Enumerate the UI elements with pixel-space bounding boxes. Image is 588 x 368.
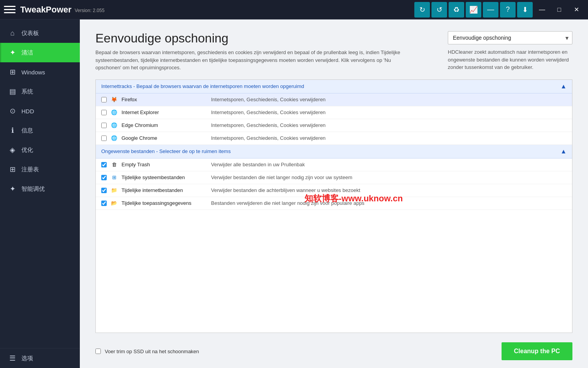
- table-row: 🦊 Firefox Internetsporen, Geschiedenis, …: [96, 93, 572, 106]
- content-header: Eenvoudige opschoning Bepaal de browsers…: [95, 31, 572, 72]
- bottom-bar: Voer trim op SSD uit na het schoonmaken …: [95, 339, 572, 360]
- trash-desc: Verwijder alle bestanden in uw Prullenba…: [211, 162, 305, 167]
- sidebar-item-label-optimize: 优化: [21, 146, 33, 154]
- info-icon: ℹ: [8, 126, 17, 135]
- optimize-icon: ◈: [8, 146, 17, 154]
- ie-checkbox[interactable]: [101, 110, 107, 115]
- sidebar-item-label-dashboard: 仪表板: [21, 30, 39, 37]
- inetfiles-desc: Verwijder bestanden die achterblijven wa…: [211, 187, 360, 193]
- sidebar-bottom: ☰ 选项: [0, 348, 80, 368]
- sidebar-item-label-registry: 注册表: [21, 166, 39, 173]
- redo-button[interactable]: ↺: [431, 2, 447, 18]
- close-button[interactable]: ✕: [569, 2, 584, 18]
- appdata-icon: 📂: [111, 200, 118, 207]
- sidebar-item-clean[interactable]: ✦ 清洁: [0, 43, 80, 62]
- appdata-checkbox[interactable]: [101, 201, 107, 206]
- download-button[interactable]: ⬇: [517, 2, 533, 18]
- sidebar-item-optimize[interactable]: ◈ 优化: [0, 140, 80, 160]
- minimize-button[interactable]: —: [534, 2, 550, 18]
- firefox-checkbox[interactable]: [101, 97, 107, 102]
- info-text: HDCleaner zoekt automatisch naar interne…: [448, 48, 572, 71]
- content-area: Eenvoudige opschoning Bepaal de browsers…: [80, 19, 588, 368]
- chart-button[interactable]: 📈: [466, 2, 481, 18]
- table-row: 🗑 Empty Trash Verwijder alle bestanden i…: [96, 158, 572, 171]
- registry-icon: ⊞: [8, 165, 17, 174]
- internettracks-collapse-button[interactable]: ▲: [560, 83, 567, 90]
- trash-icon: 🗑: [111, 161, 118, 168]
- app-name: TweakPower: [20, 5, 72, 15]
- table-row: 🌐 Internet Explorer Internetsporen, Gesc…: [96, 106, 572, 119]
- firefox-desc: Internetsporen, Geschiedenis, Cookies ve…: [211, 97, 326, 102]
- app-version: Version: 2.055: [75, 8, 105, 13]
- sidebar-item-smarttune[interactable]: ✦ 智能调优: [0, 179, 80, 199]
- unwanted-collapse-button[interactable]: ▲: [560, 148, 567, 155]
- inetfiles-icon: 📁: [111, 187, 118, 194]
- content-header-left: Eenvoudige opschoning Bepaal de browsers…: [95, 31, 432, 72]
- clean-icon: ✦: [8, 48, 17, 57]
- edge-icon: 🌐: [111, 122, 118, 129]
- minus-button[interactable]: —: [483, 2, 498, 18]
- trash-checkbox[interactable]: [101, 162, 107, 167]
- firefox-icon: 🦊: [111, 96, 118, 103]
- list-area: Internettracks - Bepaal de browsers waar…: [95, 79, 572, 333]
- chrome-desc: Internetsporen, Geschiedenis, Cookies ve…: [211, 135, 326, 141]
- internettracks-section-label: Internettracks - Bepaal de browsers waar…: [101, 83, 304, 89]
- trash-label: Empty Trash: [121, 162, 207, 167]
- ssd-trim-checkbox[interactable]: [95, 349, 101, 354]
- unwanted-section-label: Ongewenste bestanden - Selecteer de op t…: [101, 148, 231, 154]
- unwanted-section-header: Ongewenste bestanden - Selecteer de op t…: [96, 145, 572, 158]
- sidebar-item-registry[interactable]: ⊞ 注册表: [0, 160, 80, 179]
- recycle-button[interactable]: ♻: [449, 2, 464, 18]
- smarttune-icon: ✦: [8, 185, 17, 193]
- edge-checkbox[interactable]: [101, 123, 107, 128]
- ie-label: Internet Explorer: [121, 109, 207, 115]
- toolbar-actions: ↻ ↺ ♻ 📈 — ? ⬇ — □ ✕: [414, 2, 584, 18]
- help-button[interactable]: ?: [500, 2, 516, 18]
- cleanup-button[interactable]: Cleanup the PC: [502, 342, 572, 360]
- sidebar-item-label-clean: 清洁: [21, 49, 33, 56]
- sidebar: ⌂ 仪表板 ✦ 清洁 ⊞ Windows ▤ 系统 ⊙ HDD ℹ 信息 ◈ 优…: [0, 19, 80, 368]
- refresh-button[interactable]: ↻: [414, 2, 430, 18]
- mode-dropdown[interactable]: Eenvoudige opschoning Geavanceerde opsch…: [448, 31, 572, 44]
- sidebar-item-hdd[interactable]: ⊙ HDD: [0, 101, 80, 121]
- edge-desc: Internetsporen, Geschiedenis, Cookies ve…: [211, 122, 326, 128]
- mode-dropdown-wrapper: Eenvoudige opschoning Geavanceerde opsch…: [448, 31, 572, 44]
- table-row: 📂 Tijdelijke toepassingsgegevens Bestand…: [96, 197, 572, 210]
- sidebar-item-info[interactable]: ℹ 信息: [0, 121, 80, 140]
- table-row: ⊞ Tijdelijke systeembestanden Verwijder …: [96, 171, 572, 184]
- main-layout: ⌂ 仪表板 ✦ 清洁 ⊞ Windows ▤ 系统 ⊙ HDD ℹ 信息 ◈ 优…: [0, 19, 588, 368]
- chrome-label: Google Chrome: [121, 135, 207, 141]
- sidebar-item-label-windows: Windows: [21, 69, 45, 76]
- ie-icon: 🌐: [111, 109, 118, 116]
- chrome-checkbox[interactable]: [101, 136, 107, 141]
- sidebar-item-label-system: 系统: [21, 88, 33, 95]
- maximize-button[interactable]: □: [551, 2, 567, 18]
- sidebar-item-options[interactable]: ☰ 选项: [0, 349, 80, 368]
- hdd-icon: ⊙: [8, 107, 17, 115]
- sidebar-item-label-info: 信息: [21, 127, 33, 134]
- sysfiles-desc: Verwijder bestanden die niet langer nodi…: [211, 174, 352, 180]
- options-icon: ☰: [8, 354, 17, 363]
- appdata-desc: Bestanden verwijderen die niet langer no…: [211, 200, 364, 206]
- ie-desc: Internetsporen, Geschiedenis, Cookies ve…: [211, 109, 326, 115]
- sysfiles-label: Tijdelijke systeembestanden: [121, 174, 207, 180]
- inetfiles-checkbox[interactable]: [101, 188, 107, 193]
- sidebar-item-label-hdd: HDD: [21, 108, 34, 114]
- page-title: Eenvoudige opschoning: [95, 31, 432, 46]
- sidebar-item-windows[interactable]: ⊞ Windows: [0, 62, 80, 82]
- inetfiles-label: Tijdelijke internetbestanden: [121, 187, 207, 193]
- dashboard-icon: ⌂: [8, 29, 17, 37]
- system-icon: ▤: [8, 87, 17, 96]
- menu-button[interactable]: [4, 4, 16, 16]
- sysfiles-checkbox[interactable]: [101, 175, 107, 180]
- appdata-label: Tijdelijke toepassingsgegevens: [121, 200, 207, 206]
- chrome-icon: 🌐: [111, 135, 118, 142]
- sidebar-item-dashboard[interactable]: ⌂ 仪表板: [0, 23, 80, 43]
- firefox-label: Firefox: [121, 97, 207, 102]
- sidebar-item-system[interactable]: ▤ 系统: [0, 82, 80, 101]
- windows-icon: ⊞: [8, 68, 17, 76]
- sidebar-item-label-smarttune: 智能调优: [21, 185, 45, 193]
- sysfiles-icon: ⊞: [111, 174, 118, 181]
- sidebar-item-label-options: 选项: [21, 355, 33, 362]
- table-row: 🌐 Google Chrome Internetsporen, Geschied…: [96, 132, 572, 145]
